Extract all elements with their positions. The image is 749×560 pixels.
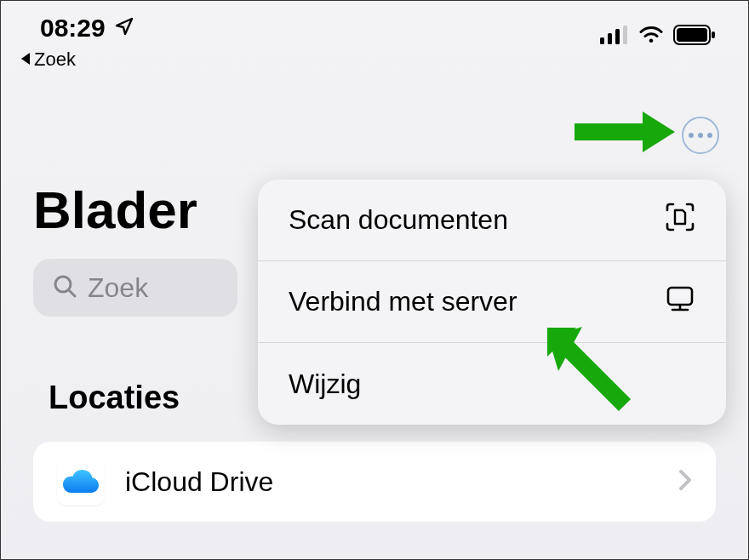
list-item-icloud[interactable]: iCloud Drive xyxy=(33,442,716,522)
menu-item-label: Scan documenten xyxy=(289,204,508,236)
status-indicators xyxy=(600,8,716,49)
status-bar: 08:29 xyxy=(1,1,748,42)
wifi-icon xyxy=(638,25,665,49)
menu-item-scan-documents[interactable]: Scan documenten xyxy=(258,180,726,261)
status-time: 08:29 xyxy=(40,14,106,43)
search-icon xyxy=(52,273,77,302)
location-icon xyxy=(114,14,134,43)
menu-item-edit[interactable]: Wijzig xyxy=(258,343,726,425)
svg-line-13 xyxy=(566,346,625,405)
annotation-arrow xyxy=(575,108,677,159)
svg-rect-5 xyxy=(677,28,707,42)
svg-line-8 xyxy=(69,290,75,296)
annotation-arrow xyxy=(535,316,638,421)
svg-rect-3 xyxy=(623,26,627,44)
list-item-label: iCloud Drive xyxy=(125,466,658,498)
svg-rect-6 xyxy=(712,31,715,38)
cellular-icon xyxy=(600,26,629,48)
popover-menu: Scan documenten Verbind met server Wijzi… xyxy=(258,180,726,425)
battery-icon xyxy=(673,25,716,49)
more-button[interactable] xyxy=(682,117,719,154)
locations-list: iCloud Drive xyxy=(33,442,716,522)
menu-item-label: Wijzig xyxy=(289,369,361,400)
svg-rect-9 xyxy=(668,288,692,305)
back-link-label: Zoek xyxy=(34,49,76,71)
more-icon xyxy=(689,133,712,138)
back-link[interactable]: Zoek xyxy=(1,49,748,71)
menu-item-label: Verbind met server xyxy=(289,286,517,317)
chevron-right-icon xyxy=(678,469,692,494)
back-triangle-icon xyxy=(20,49,31,71)
svg-rect-2 xyxy=(615,29,620,44)
svg-rect-1 xyxy=(608,33,612,44)
svg-rect-0 xyxy=(600,37,604,44)
server-icon xyxy=(665,283,695,321)
search-input[interactable]: Zoek xyxy=(33,259,237,317)
menu-item-connect-server[interactable]: Verbind met server xyxy=(258,261,726,343)
scan-document-icon xyxy=(665,202,695,239)
icloud-icon xyxy=(57,458,105,506)
search-placeholder: Zoek xyxy=(88,272,148,304)
status-time-group: 08:29 xyxy=(40,14,134,43)
